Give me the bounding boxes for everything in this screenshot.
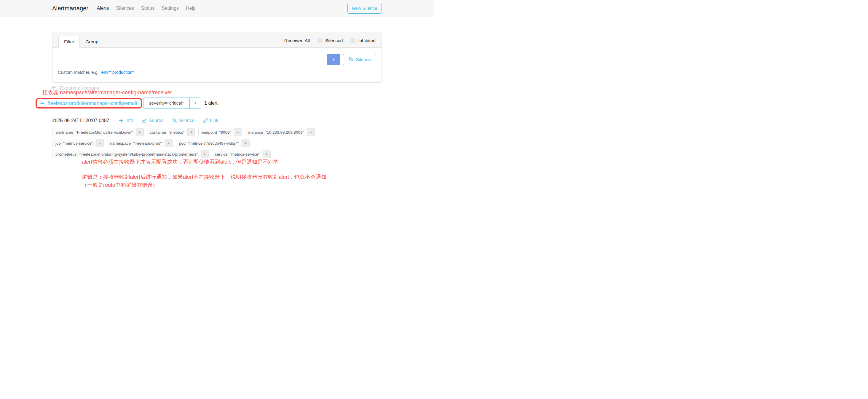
new-silence-button[interactable]: New Silence	[347, 3, 382, 13]
label-tag-add-button[interactable]: +	[96, 139, 103, 147]
nav-item-settings[interactable]: Settings	[161, 6, 179, 11]
annotation-note-1: alert信息必须在接收器下才表示配置成功，否则即使能看到alert，但是通知是…	[82, 158, 279, 165]
label-tag-text[interactable]: prometheus="freeleaps-monitoring-system/…	[53, 150, 201, 158]
top-navbar: Alertmanager Alerts Silences Status Sett…	[0, 0, 434, 17]
label-tag-text[interactable]: container="metrics"	[147, 128, 188, 136]
tab-group[interactable]: Group	[80, 36, 104, 48]
filter-card-header: Filter Group Receiver: All Silenced Inhi…	[53, 32, 381, 48]
filter-tabs: Filter Group	[58, 36, 104, 48]
label-tag-add-button[interactable]: +	[307, 128, 314, 136]
label-tag-text[interactable]: job="metrics-service"	[53, 139, 96, 147]
silenced-checkbox-label: Silenced	[325, 38, 343, 43]
hint-text: Custom matcher, e.g.	[58, 70, 99, 75]
group-matcher-chip: severity="critical" +	[143, 97, 201, 109]
group-matcher-add-button[interactable]: +	[189, 98, 201, 109]
custom-matcher-hint: Custom matcher, e.g. env="production"	[58, 70, 376, 75]
label-tag-namespace: namespace="freeleaps-prod" +	[107, 139, 173, 147]
alert-permalink[interactable]: Link	[203, 118, 218, 123]
alert-link-label: Link	[210, 118, 218, 123]
inhibited-checkbox-wrap[interactable]: Inhibited	[350, 38, 376, 43]
label-tag-add-button[interactable]: +	[242, 139, 249, 147]
annotation-note-2-line2: （一般是route中的逻辑有错误）	[82, 181, 327, 189]
silenced-checkbox[interactable]	[317, 38, 322, 43]
nav-item-silences[interactable]: Silences	[116, 6, 134, 11]
silenced-checkbox-wrap[interactable]: Silenced	[317, 38, 343, 43]
label-tag-add-button[interactable]: +	[187, 128, 195, 136]
label-tag-add-button[interactable]: +	[136, 128, 144, 136]
alert-info-button[interactable]: Info	[119, 118, 133, 123]
label-tag-text[interactable]: namespace="freeleaps-prod"	[107, 139, 164, 147]
filter-header-controls: Receiver: All Silenced Inhibited	[284, 38, 376, 48]
hint-example-link[interactable]: env="production"	[101, 70, 134, 75]
navbar-inner: Alertmanager Alerts Silences Status Sett…	[52, 3, 382, 13]
label-tag-container: container="metrics" +	[147, 128, 196, 136]
silence-button[interactable]: Silence	[343, 54, 376, 65]
main-content: Filter Group Receiver: All Silenced Inhi…	[52, 32, 382, 189]
tab-filter[interactable]: Filter	[58, 36, 80, 48]
alert-groups-section: Expand all groups 接收器:namespace/alterman…	[52, 83, 382, 189]
alert-actions: Info Source	[119, 118, 218, 123]
add-matcher-button[interactable]: +	[327, 54, 340, 65]
alert-silence-label: Silence	[179, 118, 194, 123]
link-icon	[203, 118, 208, 123]
filter-card-body: + Silence Custom matcher, e.g.	[53, 48, 381, 83]
label-tag-add-button[interactable]: +	[234, 128, 242, 136]
nav-item-status[interactable]: Status	[141, 6, 154, 11]
receiver-annotation-text: 接收器:namespace/altermanager-config-name/r…	[42, 89, 172, 96]
alertmanager-page: Alertmanager Alerts Silences Status Sett…	[0, 0, 434, 200]
receiver-group-row: freeleaps-prod/alertmanager-config/email…	[36, 97, 218, 109]
matcher-input-group: + Silence	[58, 54, 376, 65]
plus-icon	[119, 119, 123, 123]
label-tag-alertname: alertname="FreeleapsMetricsServiceDown" …	[52, 128, 144, 136]
alert-source-label: Source	[149, 118, 164, 123]
receiver-filter[interactable]: Receiver: All	[284, 38, 310, 43]
nav-menu: Alerts Silences Status Settings Help	[97, 6, 195, 11]
alert-labels: alertname="FreeleapsMetricsServiceDown" …	[52, 128, 378, 161]
label-tag-text[interactable]: pod="metrics-77d9cdb497-wdsj7"	[176, 139, 242, 147]
annotation-note-2: 逻辑是：接收器收到alert后进行通知，如果alert不在接收器下，说明接收器没…	[82, 173, 327, 189]
label-tag-job: job="metrics-service" +	[52, 139, 104, 147]
app-brand[interactable]: Alertmanager	[52, 5, 88, 12]
label-tag-instance: instance="10.233.98.209:8009" +	[245, 128, 315, 136]
label-tag-text[interactable]: instance="10.233.98.209:8009"	[245, 128, 307, 136]
alert-info-label: Info	[125, 118, 133, 123]
label-row: job="metrics-service" + namespace="freel…	[52, 139, 378, 147]
inhibited-checkbox-label: Inhibited	[358, 38, 376, 43]
alert-meta-row: 2025-09-24T11:20:07.048Z Info	[52, 118, 218, 123]
chart-icon	[142, 118, 147, 123]
matcher-input[interactable]	[58, 54, 327, 65]
receiver-group-link[interactable]: freeleaps-prod/alertmanager-config/email	[48, 100, 137, 106]
label-tag-text[interactable]: service="metrics-service"	[212, 150, 262, 158]
label-row: alertname="FreeleapsMetricsServiceDown" …	[52, 128, 378, 136]
silence-button-label: Silence	[356, 57, 371, 62]
nav-item-help[interactable]: Help	[186, 6, 196, 11]
annotation-note-2-line1: 逻辑是：接收器收到alert后进行通知，如果alert不在接收器下，说明接收器没…	[82, 173, 327, 181]
label-tag-add-button[interactable]: +	[165, 139, 173, 147]
label-tag-service: service="metrics-service" +	[212, 150, 271, 158]
label-tag-prometheus: prometheus="freeleaps-monitoring-system/…	[52, 150, 209, 158]
label-tag-add-button[interactable]: +	[262, 150, 270, 158]
label-tag-text[interactable]: endpoint="8009"	[198, 128, 234, 136]
filter-card: Filter Group Receiver: All Silenced Inhi…	[52, 32, 382, 83]
nav-item-alerts[interactable]: Alerts	[97, 6, 109, 11]
alert-source-link[interactable]: Source	[142, 118, 164, 123]
label-tag-text[interactable]: alertname="FreeleapsMetricsServiceDown"	[53, 128, 136, 136]
bell-slash-icon	[172, 118, 177, 123]
alert-silence-button[interactable]: Silence	[172, 118, 194, 123]
alert-count: 1 alert	[204, 100, 217, 106]
alert-timestamp: 2025-09-24T11:20:07.048Z	[52, 118, 110, 123]
collapse-minus-icon	[40, 102, 44, 104]
label-tag-pod: pod="metrics-77d9cdb497-wdsj7" +	[176, 139, 250, 147]
inhibited-checkbox[interactable]	[350, 38, 355, 43]
group-matcher-label: severity="critical"	[144, 98, 189, 109]
label-row: prometheus="freeleaps-monitoring-system/…	[52, 150, 378, 158]
bell-slash-icon	[348, 57, 353, 63]
annotation-highlight-box: freeleaps-prod/alertmanager-config/email	[36, 98, 142, 109]
label-tag-add-button[interactable]: +	[201, 150, 208, 158]
label-tag-endpoint: endpoint="8009" +	[198, 128, 242, 136]
